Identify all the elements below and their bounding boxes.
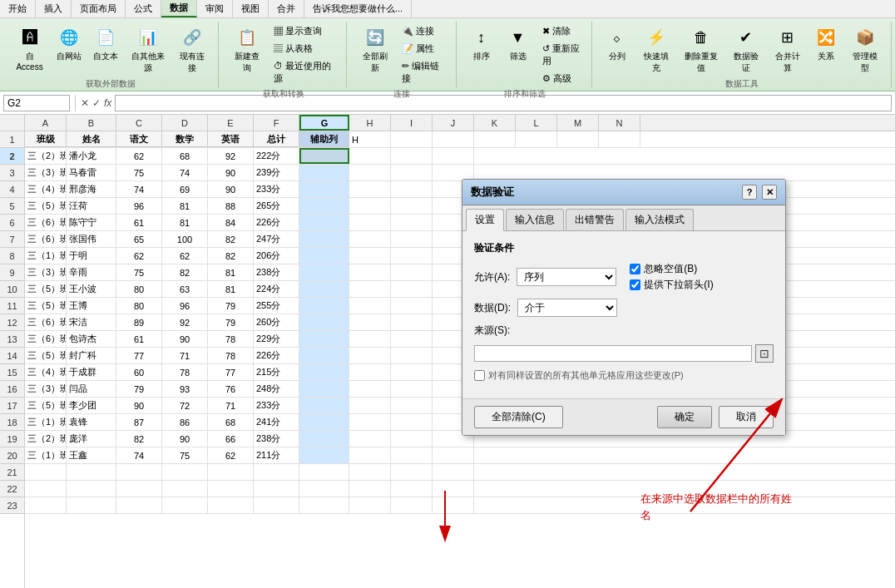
col-header-a: A xyxy=(25,115,67,131)
dialog-source-row: 来源(S): xyxy=(474,324,774,338)
row-header-1: 1 xyxy=(0,131,24,148)
btn-existing[interactable]: 🔗 现有连接 xyxy=(174,23,211,77)
ignore-blank-checkbox[interactable] xyxy=(630,264,640,274)
dialog-title-icons: ? ✕ xyxy=(742,185,777,200)
tab-view[interactable]: 视图 xyxy=(233,0,269,17)
btn-connections[interactable]: 🔌 连接 xyxy=(398,23,448,39)
group-sort-filter: ↕ 排序 ▼ 筛选 ✖ 清除 ↺ 重新应用 ⚙ 高级 排序和筛选 xyxy=(458,22,592,88)
dialog-tab-input-info[interactable]: 输入信息 xyxy=(506,209,564,230)
btn-reapply[interactable]: ↺ 重新应用 xyxy=(538,41,585,69)
btn-relationships[interactable]: 🔀 关系 xyxy=(809,23,843,65)
cell-n1[interactable] xyxy=(599,131,640,147)
tab-insert[interactable]: 插入 xyxy=(36,0,72,17)
dialog-close-btn[interactable]: ✕ xyxy=(762,185,777,200)
btn-manage-model[interactable]: 📦 管理模型 xyxy=(846,23,884,77)
cell-a1[interactable]: 班级 xyxy=(25,131,67,147)
tab-formula[interactable]: 公式 xyxy=(126,0,161,17)
row-header-19: 19 xyxy=(0,431,24,447)
tab-page-layout[interactable]: 页面布局 xyxy=(72,0,126,17)
other-icon: 📊 xyxy=(136,26,160,49)
cell-f1[interactable]: 总计 xyxy=(254,131,299,147)
btn-web[interactable]: 🌐 自网站 xyxy=(52,23,86,65)
btn-properties[interactable]: 📝 属性 xyxy=(398,41,448,57)
btn-data-validation[interactable]: ✔ 数据验证 xyxy=(727,23,765,77)
fx-icon[interactable]: fx xyxy=(104,97,111,109)
btn-refresh-all[interactable]: 🔄 全部刷新 xyxy=(355,23,394,77)
cell-m1[interactable] xyxy=(557,131,599,147)
consolidate-label: 合并计算 xyxy=(773,51,803,74)
btn-recent-sources[interactable]: ⏱ 最近使用的源 xyxy=(269,58,339,86)
dialog-tab-ime-mode[interactable]: 输入法模式 xyxy=(626,209,694,230)
cell-b1[interactable]: 姓名 xyxy=(67,131,116,147)
cell-e1[interactable]: 英语 xyxy=(208,131,254,147)
btn-consolidate[interactable]: ⊞ 合并计算 xyxy=(769,23,807,77)
btn-cancel[interactable]: 取消 xyxy=(719,406,774,428)
apply-all-row: 对有同样设置的所有其他单元格应用这些更改(P) xyxy=(474,369,774,382)
dropdown-checkbox[interactable] xyxy=(630,279,640,290)
dialog-tab-settings[interactable]: 设置 xyxy=(466,209,504,231)
dropdown-row: 提供下拉箭头(I) xyxy=(630,278,713,292)
btn-ok[interactable]: 确定 xyxy=(657,406,712,428)
allow-select[interactable]: 序列 xyxy=(517,268,616,286)
filter-icon: ▼ xyxy=(507,26,530,49)
cell-c1[interactable]: 语文 xyxy=(116,131,162,147)
btn-access[interactable]: 🅰 自Access xyxy=(10,23,49,74)
tab-review[interactable]: 审阅 xyxy=(197,0,233,17)
data-select[interactable]: 介于 xyxy=(517,299,617,317)
source-input[interactable] xyxy=(474,345,752,362)
btn-filter[interactable]: ▼ 筛选 xyxy=(502,23,535,65)
data-validation-icon: ✔ xyxy=(734,26,758,49)
close-icon[interactable]: ✕ xyxy=(81,97,89,109)
btn-from-table[interactable]: ▤ 从表格 xyxy=(269,41,339,57)
btn-edit-links[interactable]: ✏ 编辑链接 xyxy=(398,58,448,86)
row-header-17: 17 xyxy=(0,398,24,414)
new-query-icon: 📋 xyxy=(235,26,259,49)
table-row-23 xyxy=(25,497,895,514)
source-picker-btn[interactable]: ⊡ xyxy=(755,344,774,363)
refresh-label: 全部刷新 xyxy=(359,51,390,74)
group-sort-filter-title: 排序和筛选 xyxy=(504,86,546,100)
btn-split[interactable]: ⬦ 分列 xyxy=(601,23,634,65)
tab-search[interactable]: 告诉我您想要做什么... xyxy=(304,0,412,17)
apply-all-checkbox[interactable] xyxy=(474,370,485,381)
table-row: 三（1）班王鑫747562211分 xyxy=(25,447,895,464)
btn-show-query[interactable]: ▦ 显示查询 xyxy=(269,23,339,39)
row-header-7: 7 xyxy=(0,231,24,248)
cell-g1[interactable]: 辅助列 xyxy=(299,131,349,147)
col-header-k: K xyxy=(474,115,516,131)
tab-data[interactable]: 数据 xyxy=(161,0,197,17)
btn-clear[interactable]: ✖ 清除 xyxy=(538,23,585,39)
btn-text[interactable]: 📄 自文本 xyxy=(89,23,122,65)
cell-d1[interactable]: 数学 xyxy=(162,131,208,147)
group-external-title: 获取外部数据 xyxy=(86,77,136,90)
name-box[interactable] xyxy=(3,95,70,111)
group-connections: 🔄 全部刷新 🔌 连接 📝 属性 ✏ 编辑链接 连接 xyxy=(349,22,457,88)
dialog-tab-error-alert[interactable]: 出错警告 xyxy=(566,209,624,230)
cell-j1[interactable] xyxy=(433,131,474,147)
btn-other-sources[interactable]: 📊 自其他来源 xyxy=(126,23,171,77)
apply-all-label: 对有同样设置的所有其他单元格应用这些更改(P) xyxy=(488,369,684,382)
btn-advanced[interactable]: ⚙ 高级 xyxy=(538,71,585,86)
check-icon[interactable]: ✓ xyxy=(92,97,101,109)
tab-start[interactable]: 开始 xyxy=(0,0,36,17)
ignore-blank-row: 忽略空值(B) xyxy=(630,262,713,276)
cell-i1[interactable] xyxy=(391,131,433,147)
group-data-tools: ⬦ 分列 ⚡ 快速填充 🗑 删除重复值 ✔ 数据验证 ⊞ 合并计算 xyxy=(594,22,892,88)
relationships-label: 关系 xyxy=(818,51,834,62)
other-label: 自其他来源 xyxy=(130,51,166,74)
data-validation-dialog: 数据验证 ? ✕ 设置 输入信息 出错警告 输入法模式 验证条件 允许(A): … xyxy=(462,179,786,436)
cell-h1[interactable]: H xyxy=(349,131,391,147)
dialog-help-btn[interactable]: ? xyxy=(742,185,757,200)
btn-new-query[interactable]: 📋 新建查询 xyxy=(227,23,266,77)
btn-clear-all[interactable]: 全部清除(C) xyxy=(474,406,563,428)
table-row: 班级 姓名 语文 数学 英语 总计 辅助列 H xyxy=(25,131,895,148)
dialog-section-title: 验证条件 xyxy=(474,241,774,255)
btn-flash-fill[interactable]: ⚡ 快速填充 xyxy=(637,23,675,77)
dialog-title-text: 数据验证 xyxy=(471,185,514,200)
cell-l1[interactable] xyxy=(516,131,557,147)
btn-sort[interactable]: ↕ 排序 xyxy=(465,23,498,65)
row-header-11: 11 xyxy=(0,298,24,314)
cell-k1[interactable] xyxy=(474,131,516,147)
btn-remove-dup[interactable]: 🗑 删除重复值 xyxy=(679,23,724,77)
tab-merge[interactable]: 合并 xyxy=(269,0,304,17)
